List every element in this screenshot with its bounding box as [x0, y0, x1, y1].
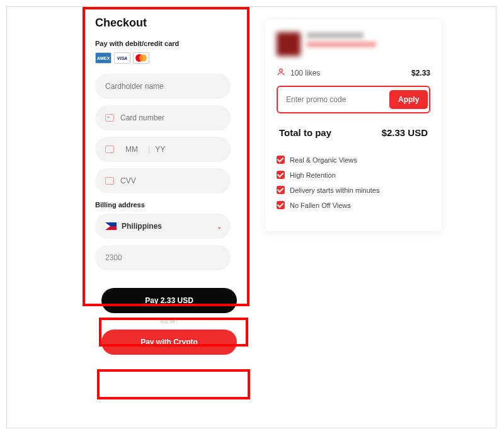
country-value: Philippines: [122, 222, 162, 231]
card-number-input[interactable]: [120, 113, 220, 122]
person-icon: [277, 67, 285, 78]
promo-row: Apply: [277, 86, 430, 113]
pay-crypto-button[interactable]: Pay with Crypto: [101, 330, 237, 355]
mastercard-icon: [133, 52, 149, 64]
expiry-divider: |: [148, 145, 150, 154]
amex-icon: AMEX: [95, 52, 112, 64]
cvv-input[interactable]: [120, 176, 220, 185]
new-badge: NEW!: [101, 318, 237, 324]
check-icon: [277, 186, 285, 194]
avatar: [277, 32, 301, 56]
list-item: High Retention: [277, 171, 430, 179]
promo-input[interactable]: [281, 90, 386, 109]
svg-point-0: [280, 69, 283, 72]
check-icon: [277, 156, 285, 164]
country-select[interactable]: Philippines ⌄: [95, 214, 231, 239]
cvv-field[interactable]: [95, 168, 231, 193]
pay-card-label: Pay with debit/credit card: [95, 40, 246, 47]
features-list: Real & Organic Views High Retention Deli…: [277, 156, 430, 209]
card-logos: AMEX VISA: [95, 52, 246, 64]
card-number-field[interactable]: [95, 105, 231, 130]
flag-icon: [105, 222, 117, 230]
lock-icon: [105, 177, 114, 185]
pay-button[interactable]: Pay 2.33 USD: [101, 288, 237, 313]
postal-input[interactable]: [105, 253, 220, 262]
order-summary: 100 likes $2.33 Apply Total to pay $2.33…: [265, 20, 442, 231]
likes-count: 100 likes: [290, 69, 320, 77]
profile-sub-redacted: [307, 42, 376, 47]
card-icon: [105, 114, 114, 122]
check-icon: [277, 201, 285, 209]
expiry-mm-input[interactable]: [125, 145, 143, 154]
profile-title-redacted: [307, 32, 364, 38]
list-item: Delivery starts within minutes: [277, 186, 430, 194]
list-item: Real & Organic Views: [277, 156, 430, 164]
visa-icon: VISA: [114, 52, 130, 64]
highlight-crypto-button: [97, 369, 250, 399]
cardholder-name-field[interactable]: [95, 74, 231, 99]
calendar-icon: [105, 146, 114, 153]
check-icon: [277, 171, 285, 179]
apply-button[interactable]: Apply: [389, 90, 428, 109]
billing-label: Billing address: [95, 201, 246, 209]
likes-price: $2.33: [411, 69, 430, 77]
postal-field[interactable]: [95, 245, 231, 270]
expiry-field[interactable]: |: [95, 137, 231, 162]
total-value: $2.33 USD: [382, 127, 428, 138]
total-label: Total to pay: [279, 127, 331, 138]
checkout-title: Checkout: [95, 16, 246, 30]
list-item: No Fallen Off Views: [277, 201, 430, 209]
expiry-yy-input[interactable]: [155, 145, 173, 154]
cardholder-input[interactable]: [105, 82, 220, 91]
chevron-down-icon: ⌄: [217, 223, 222, 230]
